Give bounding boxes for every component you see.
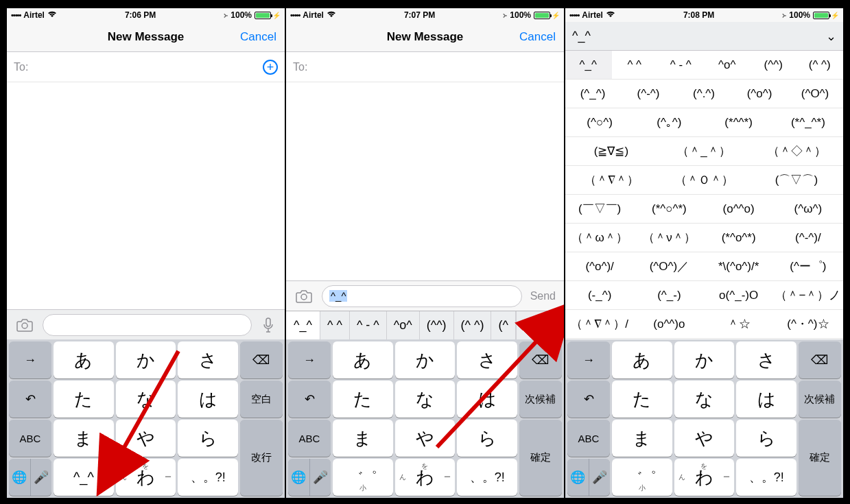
kaomoji-item[interactable]: (o^^o) <box>705 195 774 223</box>
suggestion-item[interactable]: ^ - ^ <box>350 311 387 339</box>
key-dakuten[interactable]: ゛゜ 小 <box>612 459 672 496</box>
expand-suggestions-button[interactable]: ⌃ <box>516 311 541 339</box>
kaomoji-item[interactable]: (^-^) <box>621 80 676 108</box>
kaomoji-item[interactable]: ^ - ^ <box>658 51 705 79</box>
kaomoji-item[interactable]: (^○^) <box>565 108 635 136</box>
suggestion-item[interactable]: ^o^ <box>387 311 420 339</box>
key-ma[interactable]: ま <box>612 420 672 457</box>
kaomoji-item[interactable]: (*^○^*) <box>635 195 704 223</box>
key-ma[interactable]: ま <box>54 420 114 457</box>
message-body[interactable] <box>7 82 285 309</box>
kaomoji-item[interactable]: （＾∇＾） <box>565 166 658 194</box>
key-backspace[interactable]: ⌫ <box>240 341 283 379</box>
key-ra[interactable]: ら <box>178 420 238 457</box>
key-ya[interactable]: や <box>116 420 176 457</box>
key-arrow-right[interactable]: → <box>567 341 610 379</box>
key-return[interactable]: 改行 <box>240 420 283 496</box>
kaomoji-item[interactable]: （＾−＾）ノ <box>774 281 843 309</box>
kaomoji-item[interactable]: （＾Ｏ＾） <box>658 166 751 194</box>
key-wa[interactable]: わ を ん ー <box>395 459 456 496</box>
key-backspace[interactable]: ⌫ <box>519 341 562 379</box>
key-next-candidate[interactable]: 次候補 <box>799 381 841 418</box>
kaomoji-item[interactable]: (^o^)/ <box>565 252 635 280</box>
key-a[interactable]: あ <box>333 341 393 379</box>
suggestion-item[interactable]: (^ <box>491 311 515 339</box>
key-ta[interactable]: た <box>54 381 114 418</box>
kaomoji-item[interactable]: （＾ν＾） <box>635 224 704 252</box>
suggestion-item[interactable]: ^ ^ <box>320 311 350 339</box>
kaomoji-item[interactable]: ^o^ <box>705 51 751 79</box>
kaomoji-item[interactable]: (≧∇≦) <box>565 137 658 165</box>
key-punct[interactable]: 、。?! <box>178 459 238 496</box>
kaomoji-item[interactable]: (^｡^) <box>635 108 704 136</box>
kaomoji-item[interactable]: ＾☆ <box>705 310 774 338</box>
camera-icon[interactable] <box>11 314 38 336</box>
cancel-button[interactable]: Cancel <box>240 22 276 51</box>
to-field-row[interactable]: To: + <box>7 52 285 82</box>
message-body[interactable] <box>286 82 564 280</box>
suggestion-selected[interactable]: ^_^ <box>286 311 320 339</box>
kaomoji-item[interactable]: （＾◇＾） <box>751 137 843 165</box>
key-ha[interactable]: は <box>457 381 517 418</box>
kaomoji-item[interactable]: (^_^) <box>565 80 621 108</box>
key-ta[interactable]: た <box>612 381 672 418</box>
kaomoji-item[interactable]: (^・^)☆ <box>774 310 843 338</box>
key-na[interactable]: な <box>116 381 176 418</box>
key-wa[interactable]: わ を ん ー <box>674 459 735 496</box>
key-ha[interactable]: は <box>736 381 796 418</box>
kaomoji-item[interactable]: (^.^) <box>676 80 732 108</box>
key-globe-mic[interactable]: 🌐 🎤 <box>9 459 51 496</box>
key-space[interactable]: 空白 <box>240 381 283 418</box>
kaomoji-item[interactable]: (^o^) <box>732 80 788 108</box>
key-undo[interactable]: ↶ <box>9 381 51 418</box>
kaomoji-item[interactable]: (^-^)/ <box>774 224 843 252</box>
suggestion-item[interactable]: (^^) <box>420 311 454 339</box>
key-sa[interactable]: さ <box>178 341 238 379</box>
suggestion-item[interactable]: (^ ^) <box>454 311 492 339</box>
kaomoji-item[interactable]: (￣▽￣) <box>565 195 635 223</box>
kaomoji-item[interactable]: (^^) <box>751 51 797 79</box>
key-backspace[interactable]: ⌫ <box>799 341 841 379</box>
key-globe-mic[interactable]: 🌐 🎤 <box>567 459 610 496</box>
key-undo[interactable]: ↶ <box>288 381 331 418</box>
kaomoji-item[interactable]: (o^^)o <box>635 310 704 338</box>
kaomoji-item[interactable]: （＾∇＾）/ <box>565 310 635 338</box>
kaomoji-item[interactable]: (*^o^*) <box>705 224 774 252</box>
kaomoji-item[interactable]: (^O^)／ <box>635 252 704 280</box>
key-ha[interactable]: は <box>178 381 238 418</box>
key-na[interactable]: な <box>674 381 735 418</box>
key-sa[interactable]: さ <box>457 341 517 379</box>
key-ya[interactable]: や <box>674 420 735 457</box>
key-wa[interactable]: わ を ん ー <box>116 459 176 496</box>
globe-icon[interactable]: 🌐 <box>567 459 589 496</box>
kaomoji-item[interactable]: *\(^o^)/* <box>705 252 774 280</box>
key-ma[interactable]: ま <box>333 420 393 457</box>
key-confirm[interactable]: 確定 <box>519 420 562 496</box>
key-a[interactable]: あ <box>54 341 114 379</box>
key-punct[interactable]: 、。?! <box>736 459 796 496</box>
kaomoji-item[interactable]: (⌒▽⌒) <box>751 166 843 194</box>
key-dakuten[interactable]: ゛゜ 小 <box>333 459 393 496</box>
cancel-button[interactable]: Cancel <box>519 22 556 51</box>
key-abc[interactable]: ABC <box>9 420 51 457</box>
kaomoji-item[interactable]: (*^^*) <box>705 108 774 136</box>
key-punct[interactable]: 、。?! <box>457 459 517 496</box>
kaomoji-item[interactable]: (^O^) <box>788 80 843 108</box>
kaomoji-item[interactable]: （＾ω＾） <box>565 224 635 252</box>
key-confirm[interactable]: 確定 <box>799 420 841 496</box>
kaomoji-item[interactable]: (^_-) <box>635 281 704 309</box>
key-ka[interactable]: か <box>395 341 456 379</box>
key-ra[interactable]: ら <box>736 420 796 457</box>
kaomoji-item[interactable]: (^ー゜) <box>774 252 843 280</box>
key-ka[interactable]: か <box>674 341 735 379</box>
kaomoji-item[interactable]: ^_^ <box>565 51 612 79</box>
key-sa[interactable]: さ <box>736 341 796 379</box>
key-next-candidate[interactable]: 次候補 <box>519 381 562 418</box>
add-contact-button[interactable]: + <box>263 60 278 75</box>
kaomoji-item[interactable]: （＾_＾） <box>658 137 751 165</box>
message-input[interactable] <box>43 314 252 336</box>
mic-icon-key[interactable]: 🎤 <box>31 470 52 485</box>
key-arrow-right[interactable]: → <box>9 341 51 379</box>
key-a[interactable]: あ <box>612 341 672 379</box>
key-ra[interactable]: ら <box>457 420 517 457</box>
